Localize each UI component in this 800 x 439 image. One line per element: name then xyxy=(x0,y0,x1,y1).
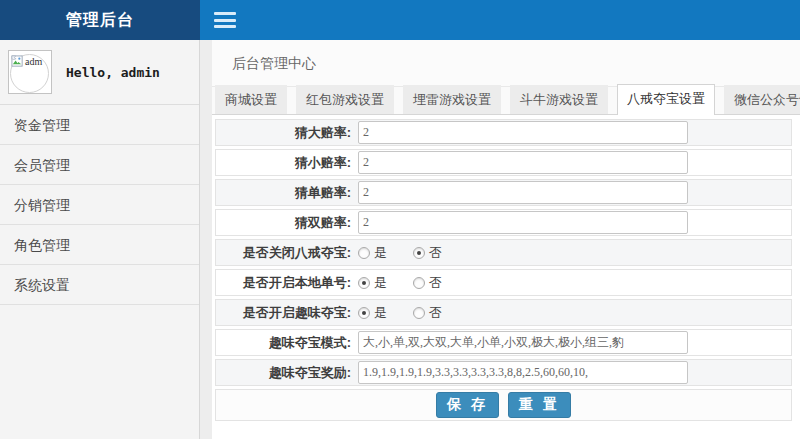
reset-button[interactable]: 重 置 xyxy=(508,392,571,418)
enable-local-order-radio-label-yes: 是 xyxy=(374,274,387,292)
user-panel: adm Hello, admin xyxy=(0,40,199,105)
field-label-close-bajie-duobao: 是否关闭八戒夺宝: xyxy=(216,244,358,262)
field-value-enable-local-order: 是否 xyxy=(358,274,791,292)
form-row-guess-small-odds: 猜小赔率: xyxy=(215,149,792,176)
field-value-guess-odd-odds xyxy=(358,181,791,204)
field-value-guess-small-odds xyxy=(358,151,791,174)
guess-small-odds-input[interactable] xyxy=(358,151,688,174)
field-value-fun-duobao-reward xyxy=(358,361,791,384)
guess-big-odds-input[interactable] xyxy=(358,121,688,144)
settings-tabs: 商城设置红包游戏设置埋雷游戏设置斗牛游戏设置八戒夺宝设置微信公众号设置 xyxy=(212,87,800,115)
greeting-text: Hello, admin xyxy=(66,65,160,80)
form-row-guess-even-odds: 猜双赔率: xyxy=(215,209,792,236)
fun-duobao-reward-input[interactable] xyxy=(358,361,688,384)
close-bajie-duobao-radio-yes[interactable] xyxy=(358,247,370,259)
field-value-enable-fun-duobao: 是否 xyxy=(358,304,791,322)
close-bajie-duobao-radio-label-no: 否 xyxy=(429,244,442,262)
avatar-alt-text: adm xyxy=(25,56,42,67)
field-value-guess-big-odds xyxy=(358,121,791,144)
enable-local-order-radio-no[interactable] xyxy=(413,277,425,289)
form-row-guess-big-odds: 猜大赔率: xyxy=(215,119,792,146)
enable-fun-duobao-radio-label-no: 否 xyxy=(429,304,442,322)
main-area: 后台管理中心 商城设置红包游戏设置埋雷游戏设置斗牛游戏设置八戒夺宝设置微信公众号… xyxy=(200,40,800,439)
sidebar-item-roles[interactable]: 角色管理 xyxy=(0,225,199,265)
close-bajie-duobao-radio-label-yes: 是 xyxy=(374,244,387,262)
enable-local-order-radio-group: 是否 xyxy=(358,274,464,292)
breadcrumb: 后台管理中心 xyxy=(212,40,800,87)
form-row-fun-duobao-reward: 趣味夺宝奖励: xyxy=(215,359,792,386)
tab-bajie-duobao[interactable]: 八戒夺宝设置 xyxy=(617,84,715,115)
close-bajie-duobao-radio-no[interactable] xyxy=(413,247,425,259)
enable-fun-duobao-radio-yes[interactable] xyxy=(358,307,370,319)
form-actions: 保 存重 置 xyxy=(215,389,792,421)
topbar xyxy=(200,0,800,40)
avatar: adm xyxy=(8,50,52,94)
hamburger-menu-icon[interactable] xyxy=(214,12,236,28)
form-row-fun-duobao-mode: 趣味夺宝模式: xyxy=(215,329,792,356)
guess-odd-odds-input[interactable] xyxy=(358,181,688,204)
form-row-guess-odd-odds: 猜单赔率: xyxy=(215,179,792,206)
form-row-enable-local-order: 是否开启本地单号:是否 xyxy=(215,269,792,296)
form-row-enable-fun-duobao: 是否开启趣味夺宝:是否 xyxy=(215,299,792,326)
sidebar-item-distribution[interactable]: 分销管理 xyxy=(0,185,199,225)
field-label-guess-even-odds: 猜双赔率: xyxy=(216,214,358,232)
tab-wechat-official[interactable]: 微信公众号设置 xyxy=(724,85,800,114)
close-bajie-duobao-radio-group: 是否 xyxy=(358,244,464,262)
broken-image-icon xyxy=(11,55,24,68)
sidebar: adm Hello, admin 资金管理会员管理分销管理角色管理系统设置 xyxy=(0,40,200,439)
settings-form: 猜大赔率:猜小赔率:猜单赔率:猜双赔率:是否关闭八戒夺宝:是否是否开启本地单号:… xyxy=(212,115,800,386)
sidebar-item-funds[interactable]: 资金管理 xyxy=(0,105,199,145)
fun-duobao-mode-input[interactable] xyxy=(358,331,688,354)
tab-mine-game[interactable]: 埋雷游戏设置 xyxy=(403,85,501,114)
tab-mall[interactable]: 商城设置 xyxy=(215,85,287,114)
sidebar-item-system[interactable]: 系统设置 xyxy=(0,265,199,305)
enable-fun-duobao-radio-label-yes: 是 xyxy=(374,304,387,322)
save-button[interactable]: 保 存 xyxy=(436,392,499,418)
tab-bull-game[interactable]: 斗牛游戏设置 xyxy=(510,85,608,114)
enable-local-order-radio-yes[interactable] xyxy=(358,277,370,289)
sidebar-nav: 资金管理会员管理分销管理角色管理系统设置 xyxy=(0,105,199,305)
enable-local-order-radio-label-no: 否 xyxy=(429,274,442,292)
tab-redpacket-game[interactable]: 红包游戏设置 xyxy=(296,85,394,114)
enable-fun-duobao-radio-group: 是否 xyxy=(358,304,464,322)
enable-fun-duobao-radio-no[interactable] xyxy=(413,307,425,319)
field-label-enable-local-order: 是否开启本地单号: xyxy=(216,274,358,292)
field-label-guess-small-odds: 猜小赔率: xyxy=(216,154,358,172)
field-label-fun-duobao-mode: 趣味夺宝模式: xyxy=(216,334,358,352)
field-label-guess-odd-odds: 猜单赔率: xyxy=(216,184,358,202)
content-panel: 后台管理中心 商城设置红包游戏设置埋雷游戏设置斗牛游戏设置八戒夺宝设置微信公众号… xyxy=(212,40,800,439)
admin-page: 管理后台 adm xyxy=(0,0,800,439)
app-title: 管理后台 xyxy=(0,0,200,40)
field-value-guess-even-odds xyxy=(358,211,791,234)
guess-even-odds-input[interactable] xyxy=(358,211,688,234)
field-label-fun-duobao-reward: 趣味夺宝奖励: xyxy=(216,364,358,382)
field-value-fun-duobao-mode xyxy=(358,331,791,354)
top-header: 管理后台 xyxy=(0,0,800,40)
sidebar-item-members[interactable]: 会员管理 xyxy=(0,145,199,185)
field-label-guess-big-odds: 猜大赔率: xyxy=(216,124,358,142)
field-label-enable-fun-duobao: 是否开启趣味夺宝: xyxy=(216,304,358,322)
form-row-close-bajie-duobao: 是否关闭八戒夺宝:是否 xyxy=(215,239,792,266)
field-value-close-bajie-duobao: 是否 xyxy=(358,244,791,262)
